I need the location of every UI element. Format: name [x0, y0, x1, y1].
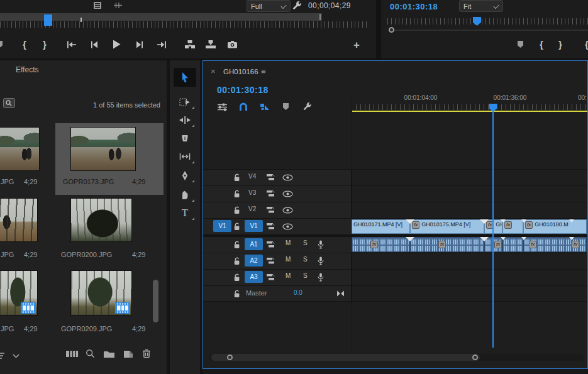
project-item-thumbnail[interactable] — [0, 198, 38, 242]
search-icon[interactable] — [86, 349, 95, 358]
lock-icon[interactable] — [233, 190, 240, 198]
solo-button[interactable]: S — [303, 256, 308, 263]
project-item-name[interactable]: JPG — [1, 325, 14, 333]
add-button[interactable]: + — [353, 39, 360, 52]
project-item-selected[interactable]: GOPR0173.JPG 4;29 — [55, 123, 164, 195]
timeline-clip[interactable]: fxGH010180.M — [523, 219, 587, 234]
program-zoom-track[interactable] — [390, 30, 588, 31]
solo-button[interactable]: S — [303, 272, 308, 279]
sync-lock-icon[interactable] — [266, 223, 275, 230]
lock-icon[interactable] — [233, 273, 240, 282]
keyframe-nav-icon[interactable] — [336, 290, 345, 297]
snap-magnet-icon[interactable] — [238, 102, 248, 111]
marker-icon[interactable] — [282, 102, 289, 111]
program-zoom-handle[interactable] — [389, 27, 394, 33]
chevron-down-icon[interactable] — [13, 354, 19, 358]
track-target-a1[interactable]: A1 — [245, 238, 263, 250]
play-button[interactable] — [113, 40, 121, 49]
timeline-audio-clip[interactable] — [352, 237, 410, 252]
timeline-scrollbar[interactable] — [211, 354, 480, 361]
work-area-bar[interactable] — [352, 111, 587, 112]
sync-lock-icon[interactable] — [266, 241, 275, 248]
mark-in-button[interactable]: { — [23, 39, 26, 50]
eye-icon[interactable] — [282, 190, 293, 197]
track-select-tool[interactable] — [170, 94, 200, 110]
timeline-wrench-icon[interactable] — [302, 102, 312, 111]
sort-icon[interactable] — [0, 352, 6, 360]
comparison-view-icon[interactable] — [113, 2, 123, 9]
project-item-thumbnail[interactable] — [70, 127, 136, 171]
sync-lock-icon[interactable] — [266, 273, 275, 281]
new-item-icon[interactable] — [123, 349, 133, 358]
project-item-name[interactable]: JPG — [1, 251, 14, 258]
source-ruler[interactable] — [0, 21, 369, 28]
timeline-ruler[interactable] — [352, 104, 587, 110]
project-item-name[interactable]: JPG — [1, 178, 14, 185]
program-mark-in-button[interactable]: { — [540, 39, 543, 50]
master-gain-value[interactable]: 0.0 — [294, 289, 302, 296]
lock-icon[interactable] — [233, 206, 240, 214]
sequence-tab-title[interactable]: GH010166 — [223, 68, 258, 75]
marker-icon[interactable] — [517, 40, 524, 48]
sync-lock-icon[interactable] — [266, 173, 275, 181]
project-item-name[interactable]: GOPR0200.JPG — [61, 251, 112, 258]
overwrite-button[interactable] — [205, 40, 216, 49]
lock-icon[interactable] — [233, 223, 240, 231]
project-item-name[interactable]: GOPR0209.JPG — [61, 325, 112, 333]
razor-tool[interactable] — [170, 130, 200, 146]
timeline-settings-icon[interactable] — [217, 102, 228, 112]
tab-effects[interactable]: Effects — [16, 65, 38, 74]
go-to-in-button[interactable] — [66, 41, 77, 48]
step-forward-button[interactable] — [136, 41, 144, 48]
mic-icon[interactable] — [318, 256, 324, 265]
sync-lock-icon[interactable] — [266, 206, 275, 214]
eye-icon[interactable] — [282, 207, 293, 214]
mute-button[interactable]: M — [286, 239, 291, 246]
program-zoom-dropdown[interactable]: Fit — [459, 0, 503, 12]
scrollbar-left-handle[interactable] — [227, 355, 233, 360]
track-target-v1[interactable]: V1 — [245, 220, 263, 232]
marker-icon[interactable] — [0, 40, 3, 48]
hand-tool[interactable] — [170, 187, 200, 203]
eye-icon[interactable] — [282, 223, 293, 230]
program-mark-out-button[interactable]: } — [558, 39, 562, 50]
track-target-a2[interactable]: A2 — [245, 255, 263, 267]
sync-lock-icon[interactable] — [266, 257, 275, 265]
mark-out-button[interactable]: } — [43, 39, 47, 50]
project-item-name[interactable]: GOPR0173.JPG — [63, 178, 114, 185]
project-item-thumbnail[interactable] — [0, 127, 40, 171]
mic-icon[interactable] — [318, 273, 324, 282]
mic-icon[interactable] — [318, 240, 324, 249]
export-frame-camera-button[interactable] — [227, 40, 238, 48]
trash-icon[interactable] — [142, 349, 151, 358]
insert-button[interactable] — [184, 40, 196, 49]
lock-icon[interactable] — [233, 257, 240, 265]
source-patch-v1[interactable]: V1 — [213, 220, 231, 232]
project-item-thumbnail[interactable] — [70, 198, 132, 242]
new-bin-folder-icon[interactable] — [103, 350, 115, 358]
go-to-out-button[interactable] — [157, 41, 167, 48]
track-target-v3[interactable]: V3 — [248, 189, 256, 196]
track-target-v4[interactable]: V4 — [248, 173, 256, 180]
lock-icon[interactable] — [233, 241, 240, 249]
project-item-thumbnail[interactable] — [0, 270, 38, 316]
eye-icon[interactable] — [282, 174, 293, 181]
linked-selection-icon[interactable] — [260, 102, 270, 111]
selection-tool[interactable] — [170, 68, 200, 87]
timeline-clip[interactable]: fxGH010175.MP4 [V] — [410, 219, 484, 234]
program-partial-button[interactable]: { — [585, 39, 588, 50]
mute-button[interactable]: M — [286, 272, 291, 279]
timeline-audio-clip[interactable] — [410, 237, 484, 252]
mute-button[interactable]: M — [286, 256, 291, 263]
ripple-edit-tool[interactable] — [170, 112, 200, 128]
panel-menu-icon[interactable]: ≡ — [261, 67, 266, 76]
close-icon[interactable]: × — [211, 67, 216, 76]
type-tool[interactable]: T — [170, 205, 200, 221]
track-target-a3[interactable]: A3 — [245, 271, 263, 283]
pen-tool[interactable] — [170, 167, 200, 184]
scrollbar-right-handle[interactable] — [472, 355, 478, 360]
source-zoom-dropdown[interactable]: Full — [247, 0, 291, 12]
solo-button[interactable]: S — [303, 239, 308, 246]
project-item-thumbnail[interactable] — [70, 270, 132, 316]
track-target-v2[interactable]: V2 — [248, 206, 256, 212]
